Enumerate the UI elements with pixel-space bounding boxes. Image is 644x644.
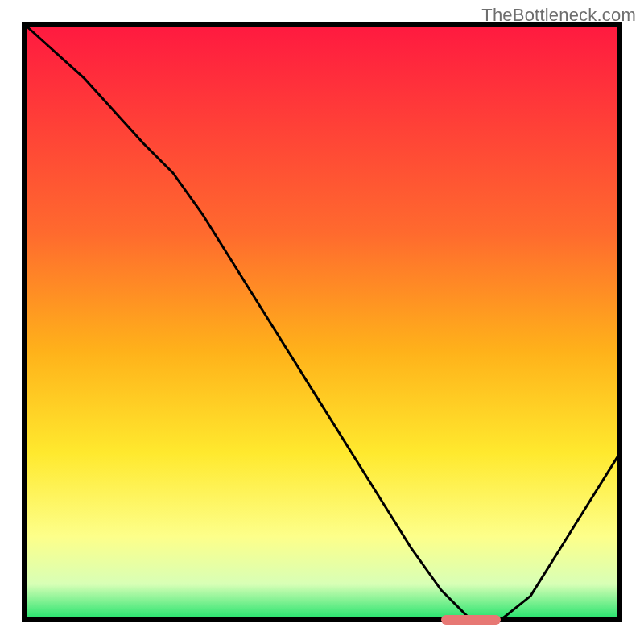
- plot-background: [24, 24, 620, 620]
- watermark-text: TheBottleneck.com: [481, 5, 636, 26]
- bottleneck-chart: [0, 0, 644, 644]
- chart-container: TheBottleneck.com: [0, 0, 644, 644]
- optimal-range-marker: [441, 615, 501, 625]
